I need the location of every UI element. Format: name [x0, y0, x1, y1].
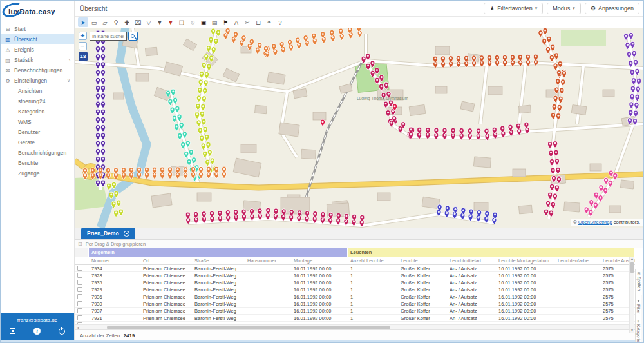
app-switch-icon[interactable]: [10, 328, 15, 334]
map-pin[interactable]: [172, 115, 176, 122]
osm-link[interactable]: OpenStreetMap: [578, 219, 612, 225]
sidebar-subitem-stoerung24[interactable]: stoerung24: [1, 96, 74, 106]
table-row[interactable]: 7928Prien am ChiemseeBaronin-Ferstl-Weg1…: [75, 272, 635, 279]
sidebar-subitem-ger-te[interactable]: Geräte: [1, 137, 74, 148]
export-icon[interactable]: ⚑: [220, 17, 231, 27]
map-pin[interactable]: [117, 200, 121, 207]
anpassungen-button[interactable]: ⚙Anpassungen: [585, 3, 639, 14]
table-row[interactable]: 7930Prien am ChiemseeBaronin-Ferstl-Weg1…: [75, 300, 635, 308]
copy-icon[interactable]: ❏: [176, 17, 187, 27]
polygon-select-icon[interactable]: ▱: [100, 17, 110, 27]
column-header[interactable]: Hausnummer: [245, 257, 291, 264]
map-pin[interactable]: [589, 199, 594, 206]
cut-icon[interactable]: ✂: [242, 17, 252, 27]
row-checkbox[interactable]: [77, 315, 82, 320]
column-header[interactable]: Leuchtmittelart: [447, 257, 496, 264]
pointer-tool-icon[interactable]: ➤: [78, 17, 88, 27]
column-header[interactable]: Ort: [140, 257, 192, 264]
filter-favorites-button[interactable]: ★Filterfavoriten▾: [484, 3, 543, 14]
sidebar-subitem-zug-nge[interactable]: Zugänge: [1, 168, 74, 179]
filter-icon[interactable]: ▽: [144, 17, 154, 27]
filter-remove-icon[interactable]: ▼: [166, 17, 176, 27]
vertical-scrollbar[interactable]: ▲ ▼: [629, 257, 634, 333]
row-checkbox[interactable]: [77, 273, 82, 278]
band-leuchten[interactable]: Leuchten: [348, 248, 635, 257]
sidebar-item--bersicht[interactable]: ▥Übersicht: [1, 34, 74, 44]
link-icon[interactable]: ⚭: [264, 17, 274, 27]
sidebar-item-start[interactable]: ⊞Start: [1, 24, 74, 34]
column-header[interactable]: Straße: [192, 257, 245, 264]
map-pin[interactable]: [168, 99, 173, 106]
row-checkbox[interactable]: [77, 301, 82, 306]
sidebar-item-benachrichtigungen[interactable]: ✉Benachrichtigungen: [1, 65, 74, 75]
search-button[interactable]: [128, 32, 138, 41]
scroll-up-icon[interactable]: ▲: [630, 257, 634, 261]
column-header[interactable]: Leuchte: [398, 257, 447, 264]
visibility-icon[interactable]: [124, 231, 129, 237]
delete-icon[interactable]: ⌧: [133, 17, 143, 27]
move-icon[interactable]: ✚: [122, 17, 132, 27]
add-marker-icon[interactable]: ⚲: [111, 17, 121, 27]
map-pin[interactable]: [113, 210, 118, 217]
scroll-down-icon[interactable]: ▼: [630, 328, 634, 333]
row-checkbox[interactable]: [77, 280, 82, 285]
print-icon[interactable]: ⊟: [253, 17, 263, 27]
refresh-icon[interactable]: ↻: [187, 17, 198, 27]
sidebar-item-statistik[interactable]: ▤Statistik›: [1, 55, 74, 65]
sidebar-subitem-kategorien[interactable]: Kategorien: [1, 106, 74, 117]
horizontal-scrollbar[interactable]: ◂ ▸: [75, 324, 635, 329]
sidebar-subitem-wms[interactable]: WMS: [1, 117, 74, 127]
side-tab-kategorien[interactable]: ≡Kategorien: [636, 317, 641, 343]
column-header[interactable]: Anzahl Leuchte: [348, 257, 398, 264]
zoom-in-button[interactable]: +: [79, 32, 87, 40]
column-header[interactable]: Montage: [291, 257, 348, 264]
map-pin[interactable]: [584, 207, 589, 214]
help-icon[interactable]: ?: [275, 17, 285, 27]
side-tab-filter[interactable]: ▼Filter: [636, 295, 641, 317]
map-search-input[interactable]: [90, 32, 127, 41]
map-pin[interactable]: [118, 209, 123, 216]
scroll-left-icon[interactable]: ◂: [75, 325, 80, 330]
modus-button[interactable]: Modus▾: [547, 3, 581, 14]
map-pin[interactable]: [594, 192, 598, 199]
logout-icon[interactable]: [59, 328, 65, 335]
table-row[interactable]: 7934Prien am ChiemseeBaronin-Ferstl-Weg1…: [75, 265, 635, 272]
row-checkbox[interactable]: [77, 266, 82, 271]
label-icon[interactable]: A: [231, 17, 242, 27]
sidebar-subitem-berichte[interactable]: Berichte: [1, 158, 74, 168]
column-header[interactable]: Leuchtenfarbe: [555, 257, 600, 264]
map-pin[interactable]: [170, 107, 175, 114]
sidebar-subitem-benutzer[interactable]: Benutzer: [1, 127, 74, 137]
map-canvas[interactable]: [75, 28, 644, 228]
table-row[interactable]: 7936Prien am ChiemseeBaronin-Ferstl-Weg1…: [75, 293, 635, 300]
band-allgemein[interactable]: Allgemein: [89, 248, 348, 257]
table-row[interactable]: 7937Prien am ChiemseeBaronin-Ferstl-Weg1…: [75, 308, 635, 315]
map-pin[interactable]: [106, 183, 111, 190]
row-checkbox[interactable]: [77, 287, 82, 292]
group-by-bar[interactable]: ⊞ Per Drag & Drop gruppieren: [75, 240, 644, 248]
table-row[interactable]: 7931Prien am ChiemseeBaronin-Ferstl-Weg1…: [75, 315, 635, 322]
row-checkbox[interactable]: [77, 294, 82, 299]
sidebar-subitem-ansichten[interactable]: Ansichten: [1, 86, 74, 96]
fit-extent-icon[interactable]: ▣: [198, 17, 209, 27]
sidebar-item-ereignis[interactable]: ⚠Ereignis: [1, 44, 74, 55]
filter-edit-icon[interactable]: ▼: [155, 17, 165, 27]
tab-prien-demo[interactable]: Prien_Demo: [81, 228, 135, 239]
sidebar-subitem-benachrichtigungen[interactable]: Benachrichtigungen: [1, 148, 74, 158]
sidebar-item-einstellungen[interactable]: ⚙Einstellungen∨: [1, 75, 74, 86]
info-icon[interactable]: i: [33, 328, 41, 335]
select-all-header[interactable]: [75, 257, 89, 264]
zoom-out-button[interactable]: −: [79, 42, 87, 50]
table-row[interactable]: 7935Prien am ChiemseeBaronin-Ferstl-Weg1…: [75, 279, 635, 286]
clipboard-icon[interactable]: ▤: [209, 17, 220, 27]
map-pin[interactable]: [320, 119, 325, 126]
table-row[interactable]: 7929Prien am ChiemseeBaronin-Ferstl-Weg1…: [75, 286, 635, 293]
map-pin[interactable]: [178, 133, 182, 140]
column-header[interactable]: Nummer: [89, 257, 140, 264]
rect-select-icon[interactable]: ▭: [89, 17, 99, 27]
row-checkbox[interactable]: [77, 308, 82, 313]
map-pin[interactable]: [599, 185, 603, 192]
side-tab-spalten[interactable]: ⊞Spalten: [636, 269, 642, 295]
map-pin[interactable]: [175, 124, 179, 131]
map-view[interactable]: + − 18 Ludwig-Thoma-Gymnasium © OpenStre…: [75, 28, 644, 228]
